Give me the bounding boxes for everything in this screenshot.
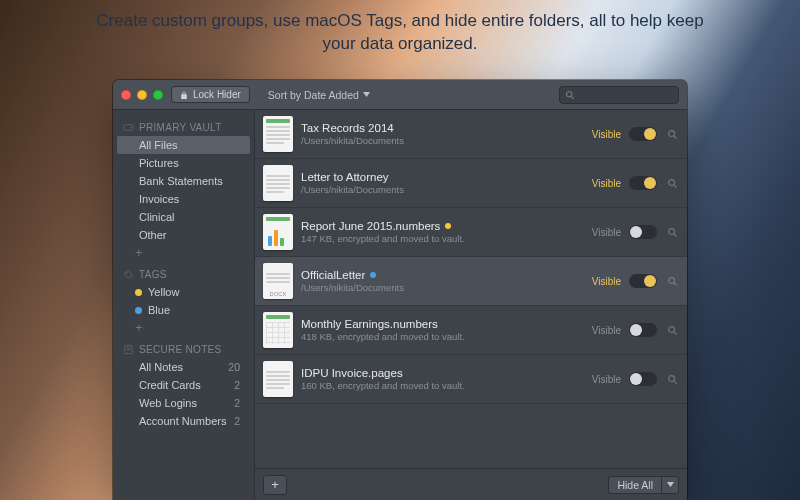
add-tag-button[interactable]: + (113, 319, 254, 340)
tag-item-yellow[interactable]: Yellow (113, 283, 254, 301)
sidebar-item-bank-statements[interactable]: Bank Statements (117, 172, 250, 190)
note-count: 2 (234, 397, 240, 409)
note-label: All Notes (139, 361, 183, 373)
visibility-toggle[interactable] (629, 274, 657, 288)
search-input[interactable] (559, 86, 679, 104)
reveal-button[interactable] (665, 178, 679, 189)
lock-icon (180, 90, 188, 100)
svg-line-15 (673, 282, 676, 285)
sidebar-item-other[interactable]: Other (117, 226, 250, 244)
sidebar-item-pictures[interactable]: Pictures (117, 154, 250, 172)
reveal-button[interactable] (665, 374, 679, 385)
note-item-web-logins[interactable]: Web Logins2 (117, 394, 250, 412)
visibility-label: Visible (592, 129, 621, 140)
svg-point-18 (668, 375, 674, 381)
list-footer: + Hide All (255, 468, 687, 500)
note-label: Credit Cards (139, 379, 201, 391)
svg-point-12 (668, 228, 674, 234)
note-item-all-notes[interactable]: All Notes20 (117, 358, 250, 376)
reveal-button[interactable] (665, 325, 679, 336)
file-row[interactable]: IDPU Invoice.pages 160 KB, encrypted and… (255, 355, 687, 404)
file-row[interactable]: Report June 2015.numbers 147 KB, encrypt… (255, 208, 687, 257)
visibility-toggle[interactable] (629, 176, 657, 190)
minimize-icon[interactable] (137, 90, 147, 100)
file-subtitle: /Users/nikita/Documents (301, 184, 584, 195)
visibility-toggle[interactable] (629, 323, 657, 337)
zoom-icon[interactable] (153, 90, 163, 100)
svg-point-10 (668, 179, 674, 185)
close-icon[interactable] (121, 90, 131, 100)
reveal-button[interactable] (665, 129, 679, 140)
tag-label: Blue (148, 304, 170, 316)
file-tag-dot (370, 272, 376, 278)
reveal-button[interactable] (665, 227, 679, 238)
file-subtitle: 147 KB, encrypted and moved to vault. (301, 233, 584, 244)
hide-all-menu-toggle[interactable] (661, 476, 679, 494)
file-row[interactable]: Letter to Attorney /Users/nikita/Documen… (255, 159, 687, 208)
marketing-caption: Create custom groups, use macOS Tags, an… (90, 10, 710, 56)
file-row[interactable]: Monthly Earnings.numbers 418 KB, encrypt… (255, 306, 687, 355)
note-item-credit-cards[interactable]: Credit Cards2 (117, 376, 250, 394)
file-thumbnail (263, 361, 293, 397)
sort-button[interactable]: Sort by Date Added (268, 89, 370, 101)
vault-header-label: PRIMARY VAULT (139, 122, 222, 133)
note-label: Web Logins (139, 397, 197, 409)
file-meta: Report June 2015.numbers 147 KB, encrypt… (301, 220, 584, 244)
file-thumbnail (263, 165, 293, 201)
tags-header-label: TAGS (139, 269, 167, 280)
search-icon (565, 90, 575, 100)
file-thumbnail (263, 312, 293, 348)
notes-header-label: SECURE NOTES (139, 344, 222, 355)
tag-item-blue[interactable]: Blue (113, 301, 254, 319)
sort-label: Sort by Date Added (268, 89, 359, 101)
file-row[interactable]: DOCXOfficialLetter /Users/nikita/Documen… (255, 257, 687, 306)
reveal-button[interactable] (665, 276, 679, 287)
visibility-label: Visible (592, 374, 621, 385)
hide-all-label: Hide All (608, 476, 661, 494)
lock-hider-label: Lock Hider (193, 89, 241, 100)
note-count: 2 (234, 415, 240, 427)
note-count: 20 (228, 361, 240, 373)
svg-line-9 (673, 135, 676, 138)
file-tag-dot (445, 223, 451, 229)
file-meta: Letter to Attorney /Users/nikita/Documen… (301, 171, 584, 195)
lock-hider-button[interactable]: Lock Hider (171, 86, 250, 103)
svg-line-13 (673, 233, 676, 236)
visibility-toggle[interactable] (629, 372, 657, 386)
svg-line-11 (673, 184, 676, 187)
visibility-label: Visible (592, 178, 621, 189)
add-vault-item-button[interactable]: + (113, 244, 254, 265)
vault-section-header: PRIMARY VAULT (113, 118, 254, 136)
svg-line-1 (571, 96, 573, 98)
file-row[interactable]: Tax Records 2014 /Users/nikita/Documents… (255, 110, 687, 159)
svg-point-8 (668, 130, 674, 136)
sidebar-item-clinical[interactable]: Clinical (117, 208, 250, 226)
sidebar-item-all-files[interactable]: All Files (117, 136, 250, 154)
note-item-account-numbers[interactable]: Account Numbers2 (117, 412, 250, 430)
svg-point-3 (131, 127, 132, 128)
hide-all-button[interactable]: Hide All (608, 476, 679, 494)
titlebar: Lock Hider Sort by Date Added (113, 80, 687, 110)
app-window: Lock Hider Sort by Date Added PRIMARY VA… (113, 80, 687, 500)
add-file-button[interactable]: + (263, 475, 287, 495)
visibility-toggle[interactable] (629, 225, 657, 239)
file-subtitle: /Users/nikita/Documents (301, 282, 584, 293)
file-thumbnail: DOCX (263, 263, 293, 299)
svg-point-4 (126, 272, 128, 274)
svg-line-17 (673, 331, 676, 334)
file-name: Monthly Earnings.numbers (301, 318, 584, 330)
file-thumbnail (263, 116, 293, 152)
notes-icon (123, 344, 134, 355)
notes-section-header: SECURE NOTES (113, 340, 254, 358)
tag-icon (123, 269, 134, 280)
visibility-label: Visible (592, 276, 621, 287)
file-name: IDPU Invoice.pages (301, 367, 584, 379)
visibility-toggle[interactable] (629, 127, 657, 141)
sidebar-item-invoices[interactable]: Invoices (117, 190, 250, 208)
file-name: Letter to Attorney (301, 171, 584, 183)
file-name: OfficialLetter (301, 269, 584, 281)
file-meta: OfficialLetter /Users/nikita/Documents (301, 269, 584, 293)
svg-point-16 (668, 326, 674, 332)
file-list-pane: Tax Records 2014 /Users/nikita/Documents… (255, 110, 687, 500)
file-meta: Tax Records 2014 /Users/nikita/Documents (301, 122, 584, 146)
